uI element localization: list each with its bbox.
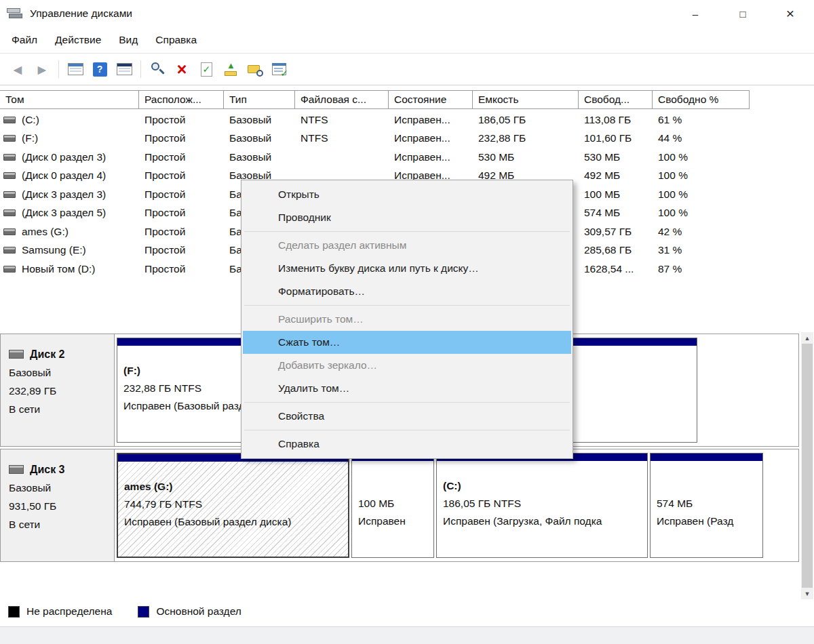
legend: Не распределенаОсновной раздел [8, 601, 241, 622]
show-console-tree-icon[interactable] [64, 58, 86, 80]
volume-name: Samsung (E:) [22, 244, 86, 256]
column-header-5[interactable]: Емкость [473, 91, 579, 108]
context-menu-item[interactable]: Изменить букву диска или путь к диску… [243, 257, 571, 280]
legend-label: Не распределена [26, 605, 112, 618]
legend-item: Основной раздел [138, 605, 241, 618]
volume-name: ames (G:) [22, 226, 69, 238]
volume-name: (Диск 3 раздел 5) [22, 207, 106, 219]
menu-separator [244, 305, 570, 306]
scrollbar-down-icon[interactable]: ▼ [801, 588, 813, 599]
close-button[interactable]: × [767, 0, 814, 27]
volume-cell: (Диск 3 раздел 3) [0, 188, 139, 201]
delete-icon[interactable]: × [171, 58, 193, 80]
cell-layout: Простой [139, 132, 224, 144]
table-row[interactable]: (F:)ПростойБазовыйNTFSИсправен...232,88 … [0, 129, 750, 148]
cell-free: 492 МБ [579, 169, 653, 182]
console-window-icon[interactable] [113, 58, 135, 80]
partition-block[interactable]: 100 МБИсправен [351, 453, 434, 558]
cell-free_pct: 87 % [653, 263, 750, 275]
volume-name: (Диск 3 раздел 3) [22, 188, 106, 201]
disk-status: В сети [9, 515, 114, 534]
partition-area: ames (G:)744,79 ГБ NTFSИсправен (Базовый… [115, 449, 798, 561]
disk-type: Базовый [9, 479, 114, 497]
column-header-4[interactable]: Состояние [389, 91, 473, 108]
partition-block[interactable]: (C:)186,05 ГБ NTFSИсправен (Загрузка, Фа… [436, 453, 648, 558]
lc-chk: ✓ [280, 68, 288, 79]
fm-circle [256, 70, 263, 77]
minimize-button[interactable]: – [672, 0, 719, 27]
doc: ✓ [201, 62, 212, 77]
volume-table-header: ТомРасполож...ТипФайловая с...СостояниеЕ… [0, 90, 750, 109]
cell-layout: Простой [139, 114, 224, 126]
column-header-2[interactable]: Тип [224, 91, 295, 108]
partition-label: ames (G:) [124, 478, 344, 496]
menu-bar: ФайлДействиеВидСправка [0, 27, 814, 53]
volume-icon [3, 191, 16, 198]
win-lines [70, 71, 81, 72]
up-base [225, 71, 237, 76]
disk-type: Базовый [9, 363, 114, 382]
context-menu-item[interactable]: Удалить том… [243, 377, 571, 400]
legend-item: Не распределена [8, 605, 112, 618]
column-header-1[interactable]: Располож... [139, 91, 224, 108]
rescan-disks-icon[interactable] [147, 58, 168, 80]
toolbar-separator [140, 60, 141, 78]
view-details-icon[interactable]: ✓ [269, 58, 290, 80]
volume-cell: Новый том (D:) [0, 263, 139, 275]
partition-label [657, 477, 758, 495]
context-menu-item: Сделать раздел активным [243, 234, 571, 257]
mark-active-icon[interactable]: ✓ [195, 58, 217, 80]
disk-icon [9, 350, 24, 359]
volume-cell: (F:) [0, 132, 139, 144]
partition-block[interactable]: ames (G:)744,79 ГБ NTFSИсправен (Базовый… [117, 453, 349, 558]
vertical-scrollbar[interactable]: ▲ ▼ [801, 332, 813, 599]
menubar-item-file[interactable]: Файл [3, 27, 46, 53]
table-row[interactable]: (C:)ПростойБазовыйNTFSИсправен...186,05 … [0, 110, 750, 129]
partition-status: Исправен (Загрузка, Файл подка [443, 512, 643, 530]
volume-icon [3, 154, 16, 161]
cell-layout: Простой [139, 169, 224, 182]
win-bar [117, 64, 132, 66]
toolbar-separator [58, 60, 59, 78]
back-icon[interactable]: ◄ [7, 58, 28, 80]
cell-type: Базовый [224, 132, 295, 144]
context-menu-item[interactable]: Сжать том… [243, 331, 571, 354]
menubar-item-view[interactable]: Вид [110, 27, 147, 53]
volume-name: (C:) [22, 114, 39, 126]
ig-help-box: ? [93, 62, 107, 77]
disk-header[interactable]: Диск 2Базовый232,89 ГБВ сети [1, 334, 115, 446]
menubar-item-help[interactable]: Справка [147, 27, 206, 53]
help-icon[interactable]: ? [89, 58, 111, 80]
column-header-3[interactable]: Файловая с... [295, 91, 389, 108]
volume-name: Новый том (D:) [22, 263, 96, 275]
context-menu-item[interactable]: Свойства [243, 405, 571, 428]
win-frame [68, 63, 83, 75]
column-header-7[interactable]: Свободно % [653, 91, 750, 108]
find-folder-icon[interactable] [244, 58, 266, 80]
cell-capacity: 232,88 ГБ [473, 132, 579, 144]
cell-free: 100 МБ [579, 188, 653, 201]
table-row[interactable]: (Диск 0 раздел 3)ПростойБазовыйИсправен.… [0, 148, 750, 167]
context-menu-item[interactable]: Форматировать… [243, 280, 571, 303]
column-header-0[interactable]: Том [0, 91, 139, 108]
disk-name-line: Диск 2 [9, 345, 114, 363]
forward-icon[interactable]: ► [31, 58, 53, 80]
app-icon-part [7, 8, 20, 13]
maximize-button[interactable]: □ [719, 0, 767, 27]
scrollbar-up-icon[interactable]: ▲ [801, 332, 813, 344]
column-header-6[interactable]: Свобод... [579, 91, 653, 108]
partition-block[interactable]: 574 МБИсправен (Разд [650, 453, 763, 558]
menubar-item-action[interactable]: Действие [46, 27, 110, 53]
disk-header[interactable]: Диск 3Базовый931,50 ГБВ сети [1, 449, 115, 561]
volume-icon [3, 247, 16, 254]
up-level-icon[interactable]: ▲ [220, 58, 241, 80]
cell-type: Базовый [224, 114, 295, 126]
volume-name: (F:) [22, 132, 38, 144]
mag-handle [159, 68, 164, 74]
context-menu-item[interactable]: Проводник [243, 206, 571, 229]
context-menu-item[interactable]: Справка [243, 432, 571, 456]
partition-label [358, 477, 429, 495]
volume-cell: (C:) [0, 114, 139, 126]
scrollbar-thumb[interactable] [802, 344, 813, 588]
context-menu-item[interactable]: Открыть [243, 183, 571, 206]
